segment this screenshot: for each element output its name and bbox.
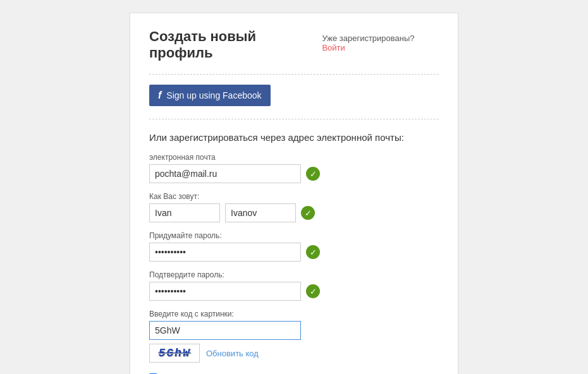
- email-check-icon: ✓: [306, 167, 320, 181]
- page-title: Создать новый профиль: [149, 28, 322, 61]
- already-registered-text: Уже зарегистрированы? Войти: [322, 33, 439, 52]
- mid-divider: [149, 119, 439, 119]
- last-name-input[interactable]: [225, 203, 296, 222]
- email-label: электронная почта: [149, 153, 439, 162]
- registration-container: Создать новый профиль Уже зарегистрирова…: [130, 13, 458, 374]
- name-row: ✓: [149, 203, 439, 222]
- captcha-label: Введите код с картинки:: [149, 310, 439, 318]
- facebook-signup-button[interactable]: f Sign up using Facebook: [149, 85, 271, 106]
- confirm-password-input[interactable]: [149, 282, 301, 301]
- email-field-group: электронная почта ✓: [149, 153, 439, 183]
- or-email-label: Или зарегистрироваться через адрес элект…: [149, 132, 439, 143]
- confirm-field-group: Подтвердите пароль: ✓: [149, 270, 439, 301]
- captcha-field-group: Введите код с картинки: 5GhW Обновить ко…: [149, 310, 439, 363]
- facebook-icon: f: [158, 90, 161, 101]
- refresh-captcha-link[interactable]: Обновить код: [206, 349, 259, 358]
- name-check-icon: ✓: [301, 206, 315, 220]
- password-input[interactable]: [149, 243, 301, 262]
- captcha-image: 5GhW: [149, 344, 200, 363]
- password-label: Придумайте пароль:: [149, 231, 439, 240]
- facebook-button-label: Sign up using Facebook: [166, 90, 261, 100]
- confirm-row: ✓: [149, 282, 439, 301]
- password-check-icon: ✓: [306, 245, 320, 259]
- name-label: Как Вас зовут:: [149, 192, 439, 201]
- header-row: Создать новый профиль Уже зарегистрирова…: [149, 28, 439, 61]
- email-input[interactable]: [149, 164, 301, 183]
- email-row: ✓: [149, 164, 439, 183]
- confirm-label: Подтвердите пароль:: [149, 270, 439, 279]
- name-field-group: Как Вас зовут: ✓: [149, 192, 439, 222]
- captcha-image-row: 5GhW Обновить код: [149, 344, 439, 363]
- top-divider: [149, 74, 439, 75]
- password-row: ✓: [149, 243, 439, 262]
- captcha-input[interactable]: [149, 321, 301, 340]
- confirm-check-icon: ✓: [306, 284, 320, 298]
- login-link[interactable]: Войти: [322, 43, 345, 52]
- password-field-group: Придумайте пароль: ✓: [149, 231, 439, 262]
- captcha-input-row: [149, 321, 439, 340]
- first-name-input[interactable]: [149, 203, 220, 222]
